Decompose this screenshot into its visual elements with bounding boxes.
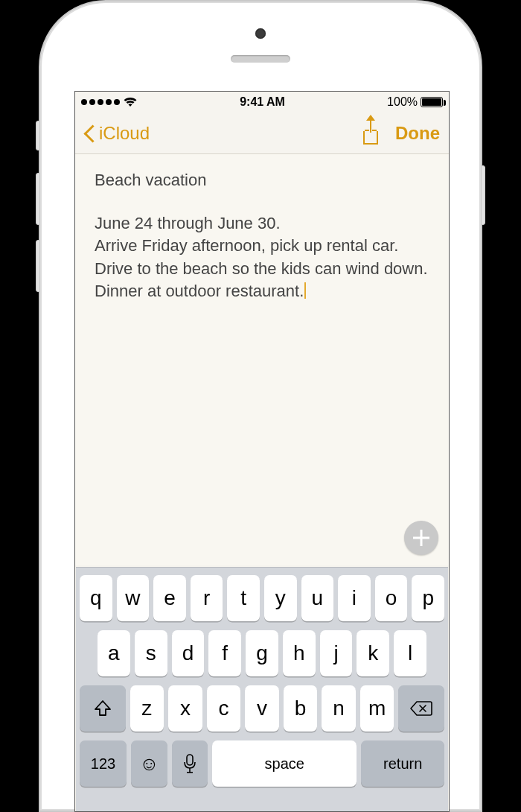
key-a[interactable]: a: [98, 630, 130, 676]
key-f[interactable]: f: [208, 630, 241, 676]
numbers-key[interactable]: 123: [80, 740, 127, 787]
key-p[interactable]: p: [412, 575, 444, 621]
keyboard-row-3: zxcvbnm: [80, 685, 444, 732]
done-button[interactable]: Done: [395, 123, 440, 144]
nav-bar: iCloud Done: [75, 112, 449, 154]
status-bar: 9:41 AM 100%: [75, 92, 449, 112]
note-editor[interactable]: Beach vacation June 24 through June 30.A…: [75, 154, 449, 565]
shift-icon: [93, 699, 112, 718]
return-key[interactable]: return: [361, 740, 444, 787]
key-h[interactable]: h: [283, 630, 316, 676]
mute-switch: [36, 121, 40, 150]
battery-percent: 100%: [387, 95, 418, 109]
key-n[interactable]: n: [322, 685, 356, 732]
emoji-icon: ☺: [139, 752, 159, 775]
add-attachment-button[interactable]: [404, 521, 438, 555]
note-body-text: June 24 through June 30.Arrive Friday af…: [95, 212, 429, 302]
key-c[interactable]: c: [207, 685, 241, 732]
key-d[interactable]: d: [172, 630, 205, 676]
back-button[interactable]: iCloud: [84, 123, 150, 144]
back-label: iCloud: [99, 123, 150, 144]
key-z[interactable]: z: [130, 685, 164, 732]
chevron-left-icon: [84, 123, 96, 144]
keyboard-row-1: qwertyuiop: [80, 575, 444, 621]
status-time: 9:41 AM: [138, 95, 387, 109]
earpiece-speaker: [231, 55, 290, 63]
cellular-signal-icon: [81, 99, 120, 105]
screen: 9:41 AM 100% iCloud Done Beach vacation: [74, 91, 450, 812]
keyboard-row-2: asdfghjkl: [80, 630, 444, 676]
emoji-key[interactable]: ☺: [131, 740, 167, 787]
front-camera: [255, 28, 266, 39]
key-r[interactable]: r: [191, 575, 223, 621]
text-cursor: [304, 282, 306, 299]
key-x[interactable]: x: [168, 685, 202, 732]
keyboard-row-4: 123 ☺ space return: [80, 740, 444, 787]
key-y[interactable]: y: [264, 575, 297, 621]
key-m[interactable]: m: [360, 685, 394, 732]
key-s[interactable]: s: [135, 630, 167, 676]
key-t[interactable]: t: [227, 575, 260, 621]
plus-icon: [413, 530, 429, 546]
key-v[interactable]: v: [245, 685, 279, 732]
phone-frame: 9:41 AM 100% iCloud Done Beach vacation: [39, 0, 482, 812]
svg-rect-0: [187, 755, 193, 765]
key-e[interactable]: e: [153, 575, 186, 621]
key-l[interactable]: l: [394, 630, 426, 676]
note-title: Beach vacation: [95, 171, 429, 190]
key-o[interactable]: o: [375, 575, 408, 621]
space-key[interactable]: space: [212, 740, 357, 787]
delete-icon: [410, 700, 432, 717]
shift-key[interactable]: [80, 685, 126, 732]
key-k[interactable]: k: [357, 630, 389, 676]
key-g[interactable]: g: [246, 630, 278, 676]
key-w[interactable]: w: [117, 575, 150, 621]
wifi-icon: [123, 97, 138, 107]
power-button: [481, 165, 485, 225]
volume-down-button: [36, 240, 40, 292]
key-u[interactable]: u: [301, 575, 334, 621]
microphone-icon: [183, 753, 196, 774]
battery-icon: [421, 97, 443, 107]
share-button[interactable]: [361, 122, 380, 145]
key-b[interactable]: b: [284, 685, 318, 732]
key-q[interactable]: q: [80, 575, 112, 621]
volume-up-button: [36, 173, 40, 225]
delete-key[interactable]: [398, 685, 444, 732]
keyboard: qwertyuiop asdfghjkl zxcvbnm 123 ☺ space…: [76, 567, 448, 811]
key-j[interactable]: j: [320, 630, 353, 676]
key-i[interactable]: i: [338, 575, 371, 621]
dictation-key[interactable]: [172, 740, 208, 787]
